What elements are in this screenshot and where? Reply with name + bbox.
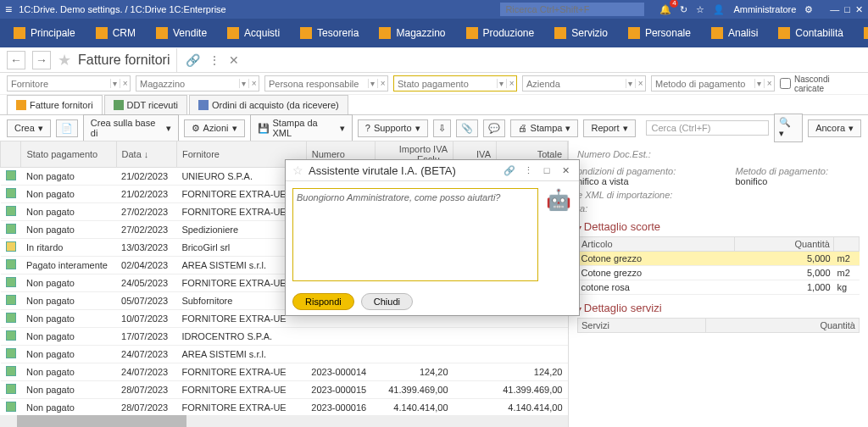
dialog-close-icon[interactable]: ✕ — [559, 165, 572, 176]
menu-icon[interactable]: ≡ — [5, 3, 12, 16]
nav-item[interactable]: Acquisti — [219, 24, 288, 42]
chat-button[interactable]: 💬 — [483, 119, 505, 137]
stock-detail-heading[interactable]: Dettaglio scorte — [577, 220, 860, 233]
main-nav: PrincipaleCRMVenditeAcquistiTesoreriaMag… — [0, 19, 868, 47]
filter-warehouse[interactable] — [136, 77, 239, 91]
nav-item[interactable]: Tesoreria — [292, 24, 367, 42]
table-row[interactable]: Non pagato17/07/2023IDROCENTRO S.P.A. — [1, 328, 568, 346]
filter-responsible[interactable] — [265, 77, 368, 91]
user-name[interactable]: Amministratore — [733, 4, 796, 14]
history-icon[interactable]: ↻ — [680, 4, 687, 15]
maximize-icon[interactable]: □ — [844, 4, 850, 15]
dropdown-icon[interactable]: ▾ — [110, 79, 120, 88]
horizontal-scrollbar[interactable] — [0, 415, 568, 427]
back-button[interactable]: ← — [7, 51, 25, 69]
stock-table[interactable]: ArticoloQuantità Cotone grezzo5,000m2Cot… — [577, 236, 860, 295]
create-button[interactable]: Crea▾ — [7, 119, 51, 137]
filter-company[interactable] — [523, 77, 626, 91]
minimize-icon[interactable]: — — [830, 4, 839, 15]
dialog-link-icon[interactable]: 🔗 — [503, 165, 516, 176]
robot-icon: 🤖 — [545, 188, 572, 281]
dialog-maximize-icon[interactable]: □ — [540, 165, 554, 175]
nav-item[interactable]: Contabilità — [770, 24, 852, 42]
nav-item[interactable]: Personale — [620, 24, 699, 42]
support-button[interactable]: ? Supporto ▾ — [358, 119, 428, 137]
hide-loaded-checkbox[interactable]: Nascondi caricate — [780, 75, 861, 92]
nav-item[interactable]: Principale — [5, 24, 84, 42]
page-title: Fatture fornitori — [78, 53, 170, 68]
table-row[interactable]: Non pagato24/07/2023AREA SISTEMI s.r.l. — [1, 346, 568, 363]
table-row[interactable]: Cotone grezzo5,000m2 — [578, 266, 860, 280]
nav-item[interactable]: Azienda — [855, 24, 868, 42]
global-search-input[interactable] — [500, 3, 644, 16]
dialog-title: Assistente virutale I.A. (BETA) — [309, 164, 498, 177]
page-options-icon[interactable]: ⋮ — [209, 53, 220, 67]
copy-button[interactable]: 📄 — [56, 119, 78, 137]
ai-prompt-textarea[interactable]: Buongiorno Amministratore, come posso ai… — [292, 188, 538, 281]
filter-supplier[interactable] — [8, 77, 110, 91]
report-button[interactable]: Report ▾ — [583, 119, 635, 137]
nav-item[interactable]: Magazzino — [370, 24, 453, 42]
nav-item[interactable]: Servizio — [546, 24, 616, 42]
table-row[interactable]: Non pagato28/07/2023FORNITORE EXTRA-UE20… — [1, 381, 568, 399]
clear-icon[interactable]: × — [120, 79, 130, 88]
table-row[interactable]: Non pagato24/07/2023FORNITORE EXTRA-UE20… — [1, 363, 568, 381]
table-row[interactable]: Cotone grezzo5,000m2 — [578, 252, 860, 266]
grid-search-input[interactable]: Cerca (Ctrl+F) — [646, 120, 769, 136]
create-from-button[interactable]: Crea sulla base di▾ — [83, 114, 179, 141]
table-row[interactable]: Non pagato28/07/2023FORNITORE EXTRA-UE20… — [1, 399, 568, 417]
nav-item[interactable]: Produzione — [458, 24, 543, 42]
filter-payment-status[interactable] — [394, 77, 497, 91]
tab-invoices[interactable]: Fatture fornitori — [7, 95, 103, 114]
actions-button[interactable]: ⚙ Azioni ▾ — [184, 119, 245, 137]
tab-orders[interactable]: Ordini di acquisto (da ricevere) — [189, 95, 348, 114]
forward-button[interactable]: → — [32, 51, 51, 69]
favorites-icon[interactable]: ☆ — [696, 4, 704, 15]
page-close-icon[interactable]: ✕ — [229, 53, 239, 67]
dialog-menu-icon[interactable]: ⋮ — [521, 165, 535, 176]
dialog-favorite-icon[interactable]: ☆ — [292, 164, 303, 177]
ai-assistant-dialog: ☆ Assistente virutale I.A. (BETA) 🔗 ⋮ □ … — [285, 159, 580, 316]
doc-number-label: Numero Doc.Est.: — [577, 149, 860, 159]
close-button[interactable]: Chiudi — [361, 293, 413, 310]
services-table[interactable]: ServiziQuantità — [577, 318, 860, 333]
window-title: 1C:Drive. Demo settings. / 1C:Drive 1C:E… — [19, 4, 226, 14]
user-icon[interactable]: 👤 — [713, 4, 725, 15]
nav-item[interactable]: Analisi — [703, 24, 766, 42]
nav-item[interactable]: CRM — [87, 24, 144, 42]
table-row[interactable]: cotone rosa1,000kg — [578, 280, 860, 295]
close-icon[interactable]: ✕ — [855, 4, 863, 15]
export-button[interactable]: ⇩ — [433, 119, 451, 137]
favorite-star-icon[interactable]: ★ — [58, 51, 71, 69]
settings-icon[interactable]: ⚙ — [804, 4, 813, 15]
save-xml-button[interactable]: 💾 Stampa da XML ▾ — [250, 114, 353, 141]
title-bar: ≡ 1C:Drive. Demo settings. / 1C:Drive 1C… — [0, 0, 868, 19]
link-icon[interactable]: 🔗 — [186, 53, 200, 67]
search-button[interactable]: 🔍 ▾ — [774, 114, 803, 142]
print-button[interactable]: 🖨 Stampa ▾ — [510, 119, 579, 137]
attach-button[interactable]: 📎 — [456, 119, 478, 137]
filter-payment-method[interactable] — [652, 77, 754, 91]
reply-button[interactable]: Rispondi — [292, 293, 354, 310]
notifications-icon[interactable]: 🔔 — [659, 4, 671, 15]
tab-ddt[interactable]: DDT ricevuti — [104, 95, 187, 114]
more-button[interactable]: Ancora ▾ — [808, 119, 861, 137]
nav-item[interactable]: Vendite — [147, 24, 215, 42]
services-detail-heading[interactable]: Dettaglio servizi — [577, 302, 860, 314]
